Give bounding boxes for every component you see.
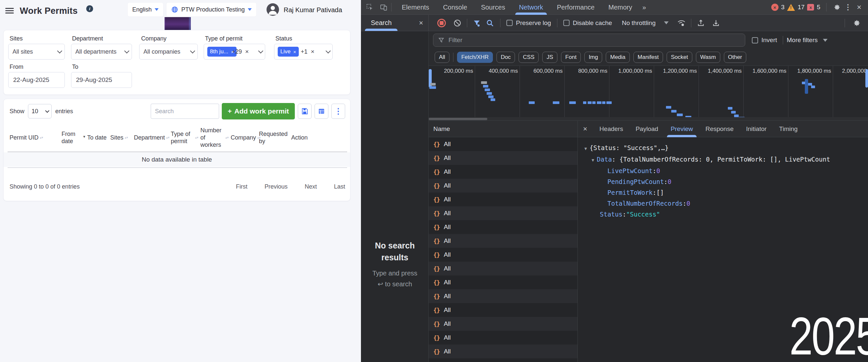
request-row[interactable]: {}All [429, 331, 578, 344]
tab-preview[interactable]: Preview [664, 121, 699, 137]
resource-chip-all[interactable]: All [435, 52, 450, 63]
col-sites[interactable]: Sites▴▾ [110, 129, 132, 147]
close-devtools-icon[interactable]: × [855, 3, 863, 12]
col-number-of-workers[interactable]: Number of workers▴▾ [200, 122, 229, 154]
type-of-permit-select[interactable]: 8th ju... × +29 × [204, 44, 265, 60]
tab-sources[interactable]: Sources [474, 0, 512, 15]
clear-select-icon[interactable]: × [245, 48, 249, 55]
issues-badge-icon[interactable]: x [807, 4, 814, 10]
col-department[interactable]: Department▴▾ [134, 129, 169, 147]
from-date-input[interactable]: 22-Aug-2025 [8, 72, 65, 88]
invert-filter[interactable]: Invert [752, 32, 777, 49]
tab-headers[interactable]: Headers [593, 121, 629, 137]
scrollbar-thumb[interactable] [429, 118, 487, 120]
throttling-select[interactable]: No throttling [622, 20, 669, 27]
export-har-icon[interactable] [712, 19, 720, 27]
tenant-dropdown[interactable]: PTW Production Testing [166, 3, 256, 17]
expand-arrow-icon[interactable]: ▼ [592, 155, 594, 165]
disable-cache-checkbox[interactable] [563, 20, 569, 26]
resource-chip-font[interactable]: Font [561, 52, 581, 63]
timeline-selection-handle[interactable] [865, 69, 868, 88]
request-row[interactable]: {}All [429, 137, 578, 151]
info-icon[interactable]: i [86, 5, 93, 12]
col-action[interactable]: Action [291, 129, 312, 147]
request-row[interactable]: {}All [429, 303, 578, 317]
col-from-date[interactable]: From date▾ [62, 126, 85, 151]
avatar[interactable] [267, 3, 279, 16]
request-row[interactable]: {}All [429, 220, 578, 234]
request-row[interactable]: {}All [429, 289, 578, 303]
tab-timing[interactable]: Timing [773, 121, 804, 137]
network-settings-gear-icon[interactable] [852, 19, 861, 27]
tab-payload[interactable]: Payload [629, 121, 665, 137]
horizontal-scrollbar[interactable] [429, 117, 868, 121]
expand-arrow-icon[interactable]: ▼ [584, 143, 587, 154]
request-row[interactable]: {}All [429, 275, 578, 289]
col-type-of-permit[interactable]: Type of permit▴▾ [171, 126, 198, 151]
network-overview-timeline[interactable]: 200,000 ms400,000 ms600,000 ms800,000 ms… [429, 66, 868, 117]
tab-console[interactable]: Console [436, 0, 474, 15]
remove-chip-icon[interactable]: × [231, 49, 234, 55]
col-permit-uid[interactable]: Permit UID▴▾ [9, 129, 60, 147]
col-company[interactable]: Company▴▾ [231, 129, 257, 147]
resource-chip-fetchxhr[interactable]: Fetch/XHR [457, 52, 493, 63]
hamburger-menu-icon[interactable] [5, 8, 14, 14]
tab-memory[interactable]: Memory [601, 0, 639, 15]
add-work-permit-button[interactable]: + Add work permit [222, 103, 295, 119]
table-search-input[interactable]: Search [151, 104, 219, 119]
search-drawer-tab[interactable]: Search [367, 15, 396, 31]
resource-chip-socket[interactable]: Socket [666, 52, 692, 63]
status-select[interactable]: Live × +1 × [274, 44, 333, 60]
more-tabs-icon[interactable]: » [639, 4, 649, 11]
network-filter-input[interactable]: Filter [433, 34, 745, 47]
preserve-log-checkbox[interactable] [506, 20, 513, 26]
language-dropdown[interactable]: English [128, 3, 163, 17]
request-row[interactable]: {}All [429, 344, 578, 358]
resource-chip-img[interactable]: Img [584, 52, 602, 63]
more-filters-dropdown[interactable]: More filters [787, 32, 828, 49]
resource-chip-manifest[interactable]: Manifest [633, 52, 663, 63]
tab-response[interactable]: Response [699, 121, 740, 137]
pagination-previous[interactable]: Previous [265, 183, 287, 190]
tab-elements[interactable]: Elements [395, 0, 436, 15]
remove-chip-icon[interactable]: × [293, 49, 296, 55]
filter-funnel-icon[interactable] [472, 19, 481, 27]
device-toolbar-icon[interactable] [379, 3, 388, 11]
pagination-next[interactable]: Next [305, 183, 317, 190]
col-requested-by[interactable]: Requested by [259, 126, 289, 151]
timeline-selection-handle[interactable] [805, 79, 808, 94]
import-har-icon[interactable] [696, 19, 705, 27]
pagination-first[interactable]: First [236, 183, 247, 190]
sites-select[interactable]: All sites [8, 44, 65, 60]
clear-network-log-icon[interactable] [453, 19, 462, 27]
page-size-select[interactable]: 10 [28, 104, 52, 118]
settings-gear-icon[interactable] [833, 3, 841, 11]
company-select[interactable]: All companies [139, 44, 198, 60]
tab-performance[interactable]: Performance [550, 0, 602, 15]
request-row[interactable]: {}All [429, 151, 578, 165]
pagination-last[interactable]: Last [334, 183, 345, 190]
resource-chip-js[interactable]: JS [542, 52, 557, 63]
error-badge-icon[interactable]: × [771, 4, 778, 11]
name-column-header[interactable]: Name [429, 121, 578, 137]
warning-badge-icon[interactable] [787, 4, 795, 11]
search-network-icon[interactable] [486, 19, 494, 27]
more-options-button[interactable]: ⋮ [331, 104, 345, 119]
request-row[interactable]: {}All [429, 206, 578, 220]
department-select[interactable]: All departments [71, 44, 132, 60]
request-row[interactable]: {}All [429, 165, 578, 179]
tab-network[interactable]: Network [512, 0, 550, 15]
network-conditions-icon[interactable] [677, 19, 686, 27]
resource-chip-css[interactable]: CSS [519, 52, 539, 63]
to-date-input[interactable]: 29-Aug-2025 [71, 72, 132, 88]
request-row[interactable]: {}All [429, 248, 578, 262]
inspect-element-icon[interactable] [366, 3, 374, 11]
tab-initiator[interactable]: Initiator [740, 121, 773, 137]
resource-chip-doc[interactable]: Doc [497, 52, 515, 63]
resource-chip-wasm[interactable]: Wasm [696, 52, 720, 63]
sort-icon[interactable]: ▴▾ [195, 136, 198, 139]
request-row[interactable]: {}All [429, 262, 578, 275]
sort-icon[interactable]: ▴▾ [125, 136, 128, 139]
resource-chip-other[interactable]: Other [724, 52, 747, 63]
request-row[interactable]: {}All [429, 192, 578, 206]
